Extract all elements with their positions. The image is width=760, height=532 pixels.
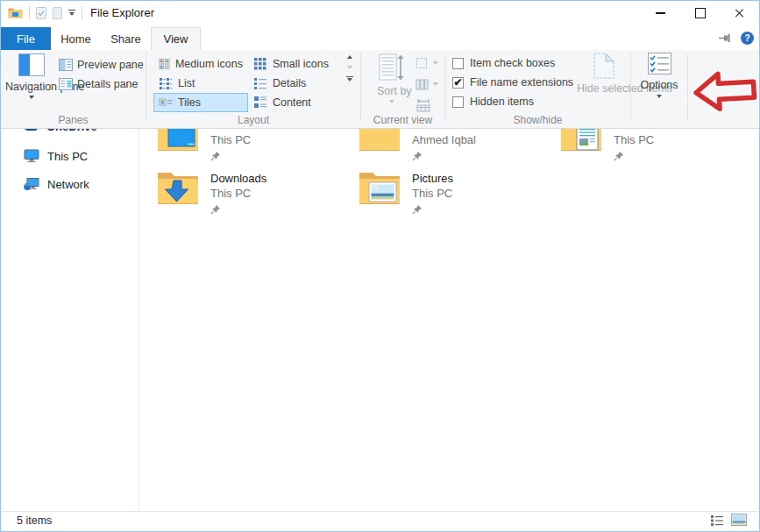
options-button[interactable]: Options: [635, 53, 684, 124]
qat-properties-icon[interactable]: [36, 7, 46, 19]
preview-pane-icon: [59, 59, 73, 71]
layout-item-label: List: [178, 77, 195, 89]
layout-tiles-button[interactable]: Tiles: [153, 93, 248, 112]
tab-share[interactable]: Share: [101, 27, 151, 50]
navigation-pane-label: Navigation pane: [5, 81, 58, 93]
add-columns-button[interactable]: [416, 75, 438, 93]
sidebar-item-label: This PC: [47, 150, 88, 163]
size-columns-button[interactable]: [416, 96, 438, 114]
ribbon-group-current-view: Sort by: [361, 50, 444, 128]
pinned-icon: [210, 204, 221, 215]
large-icons-view-button[interactable]: [731, 514, 747, 526]
sidebar-item-label: Network: [47, 178, 89, 191]
layout-scroll-up-icon[interactable]: [347, 55, 352, 59]
tile-desktop-folder[interactable]: This PC: [157, 128, 352, 171]
details-icon: [253, 76, 267, 90]
tile-location: This PC: [614, 132, 654, 147]
preview-pane-label: Preview pane: [77, 59, 144, 71]
layout-small-icons-button[interactable]: Small icons: [248, 54, 344, 74]
details-pane-button[interactable]: Details pane: [59, 75, 139, 93]
title-bar: File Explorer: [1, 1, 759, 27]
sort-by-label: Sort by: [377, 85, 407, 97]
dropdown-arrow-icon: [433, 61, 438, 65]
pinned-icon: [210, 151, 221, 161]
hide-selected-items-icon: [593, 53, 614, 79]
navigation-pane-button[interactable]: Navigation pane: [6, 53, 57, 120]
ribbon-tab-row: File Home Share View ?: [1, 27, 759, 51]
hide-selected-items-button[interactable]: Hide selected items: [577, 53, 631, 123]
qat-newfolder-icon[interactable]: [53, 7, 62, 19]
hide-selected-items-label: Hide selected items: [577, 82, 631, 95]
checkbox-checked-icon: ✔: [452, 77, 464, 89]
layout-scroll-down-icon[interactable]: [347, 66, 352, 69]
tile-name: Downloads: [210, 171, 266, 186]
layout-details-button[interactable]: Details: [248, 74, 344, 93]
navigation-pane: OneDrive This PC Network: [1, 128, 139, 512]
add-columns-icon: [416, 78, 429, 90]
sort-by-icon: [379, 53, 405, 82]
qat-customize-arrow-icon[interactable]: [68, 10, 75, 17]
status-bar: 5 items: [1, 511, 759, 531]
dropdown-arrow-icon: [657, 95, 662, 98]
tile-downloads-folder[interactable]: Downloads This PC: [157, 170, 352, 224]
dropdown-arrow-icon: [433, 82, 438, 86]
pinned-icon: [412, 151, 423, 161]
content-area: OneDrive This PC Network: [1, 128, 759, 512]
item-count: 5 items: [17, 514, 52, 527]
ribbon-group-options: Options: [631, 50, 687, 128]
red-annotation-arrow: [691, 67, 760, 116]
tile-location: This PC: [210, 132, 251, 147]
network-icon: [24, 177, 39, 191]
hidden-items-checkbox[interactable]: Hidden items: [452, 93, 534, 110]
separator: [82, 6, 82, 19]
navigation-pane-icon: [18, 53, 45, 76]
layout-medium-icons-button[interactable]: Medium icons: [153, 54, 248, 74]
window-controls: [641, 1, 759, 25]
tile-ahmed-iqbal-folder[interactable]: Ahmed Iqbal: [359, 128, 553, 171]
show-hide-group-label: Show/hide: [445, 114, 630, 126]
sidebar-item-network[interactable]: Network: [1, 174, 139, 195]
close-button[interactable]: [720, 1, 759, 25]
folder-icon: [359, 128, 401, 152]
size-columns-icon: [416, 98, 431, 112]
pinned-icon: [412, 204, 423, 215]
file-list-tiles-view: This PC Ahmed Iqbal: [139, 128, 759, 512]
dropdown-arrow-icon: [29, 96, 34, 99]
help-icon[interactable]: ?: [741, 32, 754, 45]
sidebar-item-onedrive[interactable]: OneDrive: [1, 128, 139, 137]
file-name-extensions-checkbox[interactable]: ✔ File name extensions: [452, 74, 573, 91]
tab-home[interactable]: Home: [51, 27, 101, 50]
details-pane-icon: [59, 78, 73, 90]
details-view-button[interactable]: [710, 514, 724, 526]
tab-view[interactable]: View: [151, 27, 201, 50]
checkbox-label: Item check boxes: [470, 57, 555, 69]
layout-list-button[interactable]: List: [153, 74, 248, 93]
ribbon-group-layout: Medium icons Small icons: [146, 50, 360, 128]
layout-content-button[interactable]: Content: [248, 93, 344, 112]
small-icons-icon: [253, 57, 267, 71]
documents-folder-icon: [560, 128, 602, 152]
details-pane-label: Details pane: [77, 78, 139, 90]
pin-ribbon-icon[interactable]: [718, 33, 732, 43]
layout-more-icon[interactable]: [346, 76, 353, 82]
sidebar-item-this-pc[interactable]: This PC: [1, 145, 139, 167]
maximize-button[interactable]: [680, 1, 720, 25]
tab-file[interactable]: File: [1, 27, 51, 50]
dropdown-arrow-icon: [389, 100, 394, 103]
item-check-boxes-checkbox[interactable]: Item check boxes: [452, 54, 555, 72]
layout-group-label: Layout: [146, 114, 360, 126]
this-pc-icon: [24, 149, 39, 163]
window-title: File Explorer: [89, 6, 154, 19]
minimize-button[interactable]: [641, 1, 680, 25]
preview-pane-button[interactable]: Preview pane: [59, 56, 144, 74]
downloads-folder-icon: [157, 170, 199, 205]
group-by-button[interactable]: [416, 54, 438, 72]
tile-pictures-folder[interactable]: Pictures This PC: [359, 170, 553, 224]
medium-icons-icon: [159, 57, 170, 71]
tile-location: Ahmed Iqbal: [412, 132, 476, 147]
tile-documents-folder[interactable]: This PC: [560, 128, 755, 171]
ribbon-view-tab-panel: Navigation pane Preview pane: [1, 50, 759, 129]
sort-by-button[interactable]: Sort by: [372, 53, 412, 122]
minimize-icon: [656, 12, 665, 13]
tile-name: Pictures: [412, 171, 453, 186]
